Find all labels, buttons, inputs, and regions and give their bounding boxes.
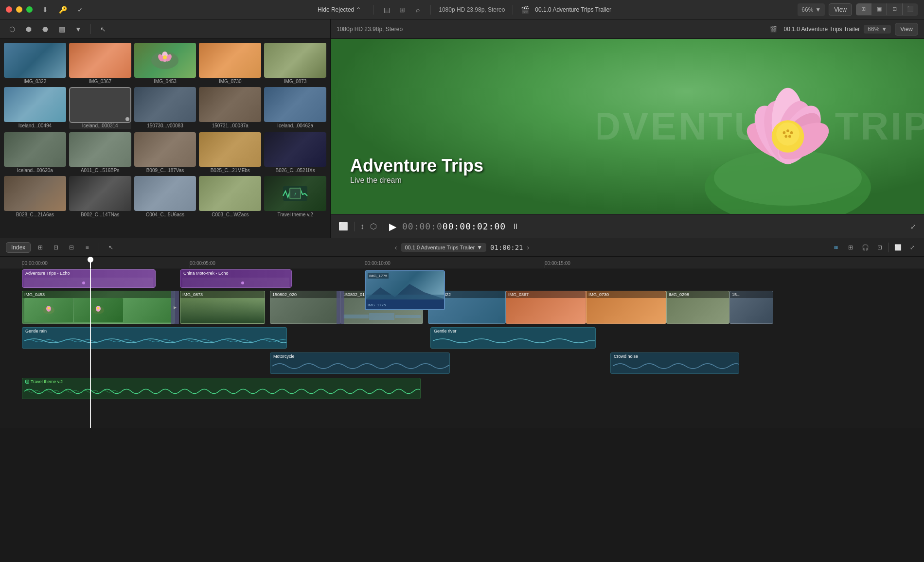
media-label-ts-00087a: 150731...00087a xyxy=(199,123,261,128)
layout-btn-1[interactable]: ⊞ xyxy=(856,3,871,15)
media-item-iceland000314[interactable]: Iceland...000314 xyxy=(69,87,131,129)
tracks-area: IMG_1775 IMG_1775 Adventure Trips - Echo xyxy=(0,268,924,428)
zoom-control[interactable]: 66% ▼ xyxy=(798,3,825,16)
music-waveform xyxy=(22,385,420,398)
clip-img0453[interactable]: IMG_0453 xyxy=(22,291,175,324)
media-thumb-img0873 xyxy=(264,43,326,78)
media-item-b028[interactable]: B028_C...21A6as xyxy=(4,176,66,217)
clip-appearance-btn[interactable]: ⊞ xyxy=(35,242,46,253)
media-item-b002[interactable]: B002_C...14TNas xyxy=(69,176,131,217)
media-item-iceland00462a[interactable]: Iceland...00462a xyxy=(264,87,326,129)
clip-img0367[interactable]: IMG_0367 xyxy=(506,291,586,324)
preview-title-main: Adventure Trips xyxy=(350,156,483,176)
media-item-iceland0494[interactable]: Iceland...00494 xyxy=(4,87,66,129)
media-thumb-img0322 xyxy=(4,43,66,78)
layout-btn-4[interactable]: ⬛ xyxy=(903,3,918,15)
media-item-img0873[interactable]: IMG_0873 xyxy=(264,43,326,84)
media-item-c003[interactable]: C003_C...WZacs xyxy=(199,176,261,217)
zoom-in-btn[interactable]: ⊡ xyxy=(50,242,62,253)
view-button[interactable]: View xyxy=(829,3,852,16)
key-icon[interactable]: 🔑 xyxy=(58,5,68,15)
title-clip-adventure[interactable]: Adventure Trips - Echo xyxy=(22,269,156,288)
layout-btn-3[interactable]: ⊡ xyxy=(887,3,903,15)
timeline-fade-btn[interactable]: ⊡ xyxy=(874,242,886,253)
media-item-ts-v00083[interactable]: 150730...v00083 xyxy=(134,87,196,129)
timeline-next-btn[interactable]: › xyxy=(527,244,530,251)
download-icon[interactable]: ⬇ xyxy=(40,5,50,15)
svg-rect-27 xyxy=(366,295,445,299)
media-thumb-img0730 xyxy=(199,43,261,78)
media-item-ts-00087a[interactable]: 150731...00087a xyxy=(199,87,261,129)
connected-clip[interactable]: IMG_1775 IMG_1775 xyxy=(365,270,445,310)
timeline-headphone-btn[interactable]: 🎧 xyxy=(859,242,871,253)
clip-height-btn[interactable]: ≡ xyxy=(81,242,93,253)
media-item-b009[interactable]: B009_C...187Vas xyxy=(134,132,196,174)
media-item-img0730[interactable]: IMG_0730 xyxy=(199,43,261,84)
pointer-tool[interactable]: ↖ xyxy=(105,242,117,253)
preview-play-button[interactable]: ▶ xyxy=(389,221,396,232)
media-item-b026[interactable]: B026_C...0521IXs xyxy=(264,132,326,174)
preview-fullscreen-btn[interactable]: ⤢ xyxy=(910,223,916,230)
minimize-button[interactable] xyxy=(16,6,22,13)
timeline-audio-btn[interactable]: ≋ xyxy=(830,242,842,253)
camera-record-icon[interactable]: 🎬 xyxy=(767,23,780,35)
clip-img0298[interactable]: IMG_0298 xyxy=(666,291,729,324)
media-tool-arrow[interactable]: ↖ xyxy=(97,23,109,35)
timeline-container: Index ⊞ ⊡ ⊟ ≡ ↖ ‹ 00.1.0 Adventure Trips… xyxy=(0,238,924,428)
media-label-img0730: IMG_0730 xyxy=(199,79,261,84)
view-btn[interactable]: View xyxy=(895,23,918,35)
svg-point-21 xyxy=(783,131,786,134)
title-clip-china[interactable]: China Moto-trek - Echo xyxy=(180,269,292,288)
clip-150802-020[interactable]: 150802_020 xyxy=(270,291,340,324)
clip-img0730[interactable]: IMG_0730 xyxy=(586,291,666,324)
svg-point-20 xyxy=(776,123,800,146)
search-icon[interactable]: ⌕ xyxy=(413,5,423,15)
timeline-clip-btn[interactable]: ⊞ xyxy=(845,242,856,253)
clip-img0873[interactable]: IMG_0873 xyxy=(180,291,265,324)
fullscreen-button[interactable] xyxy=(26,6,33,13)
preview-color-btn[interactable]: ⬡ xyxy=(370,222,377,231)
audio-motorcycle[interactable]: Motorcycle xyxy=(270,352,450,374)
media-item-iceland0620a[interactable]: Iceland...00620a xyxy=(4,132,66,174)
media-item-img0453[interactable]: IMG_0453 xyxy=(134,43,196,84)
media-item-a011[interactable]: A011_C...516BPs xyxy=(69,132,131,174)
preview-zoom[interactable]: 66% ▼ xyxy=(864,25,891,34)
media-icon-btn-1[interactable]: ⬡ xyxy=(6,23,18,35)
preview-project-name: 00.1.0 Adventure Trips Trailer xyxy=(784,26,860,33)
preview-transform-btn[interactable]: ↕ xyxy=(360,222,364,231)
media-label-img0873: IMG_0873 xyxy=(264,79,326,84)
clip-more[interactable]: 15... xyxy=(729,291,773,324)
timeline-prev-btn[interactable]: ‹ xyxy=(395,244,397,251)
media-item-c004[interactable]: C004_C...5U6acs xyxy=(134,176,196,217)
toolbar-separator xyxy=(373,5,374,15)
audio-gentle-river[interactable]: Gentle river xyxy=(430,327,596,349)
list-view-icon[interactable]: ▤ xyxy=(382,5,391,15)
music-travel-theme[interactable]: ♪ Travel theme v.2 xyxy=(22,378,421,399)
media-icon-btn-5[interactable]: ▼ xyxy=(72,23,85,35)
media-icon-btn-3[interactable]: ⬣ xyxy=(39,23,52,35)
timeline-name-btn[interactable]: 00.1.0 Adventure Trips Trailer ▼ xyxy=(401,243,486,252)
timeline-window-btn[interactable]: ⬜ xyxy=(892,242,904,253)
checkmark-icon[interactable]: ✓ xyxy=(75,5,85,15)
timeline-sep2 xyxy=(888,243,889,252)
timeline-fullscreen-btn[interactable]: ⤢ xyxy=(906,242,918,253)
title-clip-adventure-bar xyxy=(24,278,153,288)
media-item-img0367[interactable]: IMG_0367 xyxy=(69,43,131,84)
camera-icon: 🎬 xyxy=(521,6,529,14)
hide-rejected-btn[interactable]: Hide Rejected ⌃ xyxy=(313,3,366,16)
preview-title-sub: Live the dream xyxy=(350,176,483,185)
grid-view-icon[interactable]: ⊞ xyxy=(397,5,407,15)
layout-btn-2[interactable]: ▣ xyxy=(871,3,887,15)
media-thumb-c004 xyxy=(134,176,196,211)
audio-crowd-noise[interactable]: Crowd noise xyxy=(610,352,739,374)
close-button[interactable] xyxy=(6,6,12,13)
media-item-img0322[interactable]: IMG_0322 xyxy=(4,43,66,84)
zoom-out-btn[interactable]: ⊟ xyxy=(66,242,77,253)
media-icon-btn-4[interactable]: ▤ xyxy=(55,23,68,35)
media-icon-btn-2[interactable]: ⬢ xyxy=(22,23,35,35)
index-button[interactable]: Index xyxy=(6,242,31,253)
media-item-b025[interactable]: B025_C...21MEbs xyxy=(199,132,261,174)
media-item-travel-theme[interactable]: ♪ Travel theme v.2 xyxy=(264,176,326,217)
audio-gentle-rain[interactable]: Gentle rain xyxy=(22,327,287,349)
preview-crop-btn[interactable]: ⬜ xyxy=(338,222,348,231)
